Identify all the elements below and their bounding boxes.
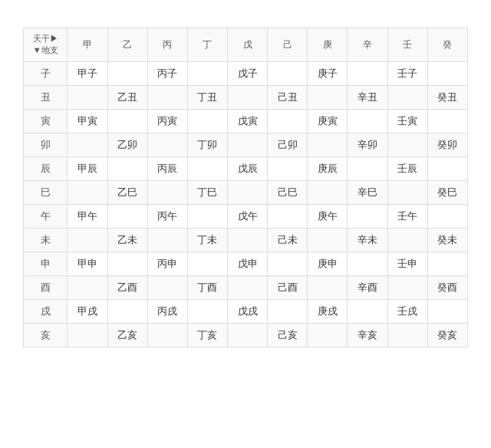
table-cell: 戊午 [228, 204, 268, 228]
table-cell: 癸酉 [427, 275, 467, 299]
table-cell: 乙巳 [107, 180, 147, 204]
table-cell [387, 180, 427, 204]
table-cell [308, 228, 348, 252]
table-cell [348, 109, 387, 133]
table-cell [68, 228, 107, 252]
table-cell [427, 299, 467, 323]
table-cell: 丁卯 [187, 133, 227, 156]
table-cell [68, 275, 107, 299]
table-cell: 丙寅 [147, 109, 187, 133]
header-corner: 天干▶▼地支 [24, 28, 68, 62]
table-cell: 己巳 [268, 180, 308, 204]
table-cell [107, 204, 147, 228]
table-cell [387, 133, 427, 156]
table-cell: 辛亥 [348, 323, 387, 347]
table-cell [147, 85, 187, 109]
table-cell: 戊戌 [228, 299, 268, 323]
table-cell: 己丑 [268, 85, 308, 109]
table-cell [68, 180, 107, 204]
table-cell: 丙午 [147, 204, 187, 228]
table-cell: 癸亥 [427, 323, 467, 347]
table-cell: 壬申 [387, 252, 427, 275]
table-cell [187, 299, 227, 323]
table-cell: 丙戌 [147, 299, 187, 323]
table-cell: 庚子 [308, 61, 348, 85]
table-row: 子甲子丙子戊子庚子壬子 [24, 61, 468, 85]
table-cell: 壬子 [387, 61, 427, 85]
table-cell: 乙未 [107, 228, 147, 252]
table-cell: 甲辰 [68, 156, 107, 180]
table-cell: 戊辰 [228, 156, 268, 180]
table-cell: 甲午 [68, 204, 107, 228]
table-cell: 丙申 [147, 252, 187, 275]
table-row: 酉乙酉丁酉己酉辛酉癸酉 [24, 275, 468, 299]
table-cell [187, 252, 227, 275]
column-header: 辛 [348, 28, 387, 62]
table-cell: 辛卯 [348, 133, 387, 156]
table-cell [147, 228, 187, 252]
table-cell [228, 133, 268, 156]
row-label: 丑 [24, 85, 68, 109]
table-cell: 丙子 [147, 61, 187, 85]
row-label: 寅 [24, 109, 68, 133]
table-container: 天干▶▼地支 甲乙丙丁戊己庚辛壬癸 子甲子丙子戊子庚子壬子丑乙丑丁丑己丑辛丑癸丑… [23, 28, 468, 348]
table-cell: 丁亥 [187, 323, 227, 347]
table-cell [387, 275, 427, 299]
table-cell [187, 109, 227, 133]
table-cell [187, 61, 227, 85]
table-cell [107, 61, 147, 85]
table-cell [228, 228, 268, 252]
table-cell: 辛巳 [348, 180, 387, 204]
table-row: 戌甲戌丙戌戊戌庚戌壬戌 [24, 299, 468, 323]
table-cell: 丙辰 [147, 156, 187, 180]
table-cell: 己酉 [268, 275, 308, 299]
table-cell [187, 204, 227, 228]
table-cell: 辛酉 [348, 275, 387, 299]
table-cell [268, 109, 308, 133]
table-row: 午甲午丙午戊午庚午壬午 [24, 204, 468, 228]
table-cell: 壬寅 [387, 109, 427, 133]
row-label: 巳 [24, 180, 68, 204]
table-cell: 乙酉 [107, 275, 147, 299]
table-cell [107, 299, 147, 323]
table-cell [387, 323, 427, 347]
table-cell: 丁丑 [187, 85, 227, 109]
table-row: 卯乙卯丁卯己卯辛卯癸卯 [24, 133, 468, 156]
table-cell: 甲申 [68, 252, 107, 275]
table-cell: 壬辰 [387, 156, 427, 180]
table-cell: 癸未 [427, 228, 467, 252]
table-cell: 己卯 [268, 133, 308, 156]
table-cell: 辛丑 [348, 85, 387, 109]
table-cell [308, 180, 348, 204]
row-label: 戌 [24, 299, 68, 323]
table-cell [348, 252, 387, 275]
table-cell [308, 275, 348, 299]
table-cell [107, 252, 147, 275]
table-cell: 丁酉 [187, 275, 227, 299]
table-cell [268, 252, 308, 275]
table-cell: 乙丑 [107, 85, 147, 109]
table-cell: 庚申 [308, 252, 348, 275]
column-header: 庚 [308, 28, 348, 62]
table-row: 申甲申丙申戊申庚申壬申 [24, 252, 468, 275]
table-row: 巳乙巳丁巳己巳辛巳癸巳 [24, 180, 468, 204]
table-cell [268, 156, 308, 180]
table-cell: 壬午 [387, 204, 427, 228]
column-header: 丙 [147, 28, 187, 62]
table-cell: 戊子 [228, 61, 268, 85]
table-cell [107, 109, 147, 133]
table-cell: 戊寅 [228, 109, 268, 133]
table-cell: 辛未 [348, 228, 387, 252]
table-cell [147, 275, 187, 299]
table-cell [427, 109, 467, 133]
table-cell [348, 299, 387, 323]
table-cell: 壬戌 [387, 299, 427, 323]
table-cell [68, 85, 107, 109]
table-cell [427, 61, 467, 85]
table-cell: 癸卯 [427, 133, 467, 156]
table-cell: 丁未 [187, 228, 227, 252]
table-cell [348, 61, 387, 85]
table-cell [348, 204, 387, 228]
table-cell: 乙亥 [107, 323, 147, 347]
row-label: 亥 [24, 323, 68, 347]
